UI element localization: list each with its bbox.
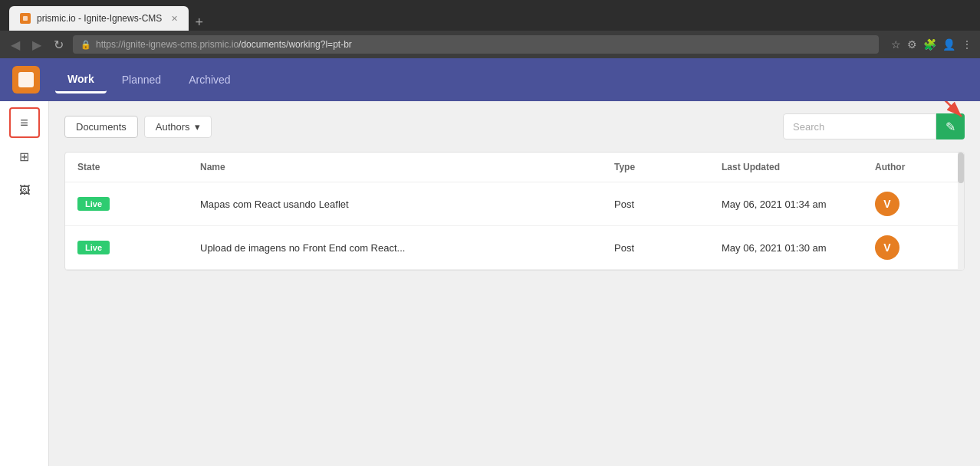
puzzle-icon[interactable]: 🧩 [923, 38, 936, 51]
table-header: State Name Type Last Updated Author [65, 153, 964, 182]
search-input[interactable] [783, 113, 936, 139]
new-tab-button[interactable]: + [195, 15, 203, 31]
nav-item-archived[interactable]: Archived [176, 67, 242, 92]
address-bar[interactable]: 🔒 https://ignite-ignews-cms.prismic.io /… [73, 35, 879, 54]
left-sidebar: ≡ ⊞ 🖼 [0, 101, 49, 466]
authors-label: Authors [156, 121, 190, 133]
row2-type: Post [614, 242, 722, 254]
svg-rect-1 [23, 16, 28, 21]
app-container: Work Planned Archived ≡ ⊞ 🖼 Documents Au… [0, 58, 980, 466]
status-badge: Live [77, 241, 110, 254]
address-url-path: /documents/working?l=pt-br [238, 39, 352, 50]
row2-name: Upload de imagens no Front End com React… [200, 242, 614, 254]
tab-title: prismic.io - Ignite-Ignews-CMS [37, 13, 162, 24]
header-author: Author [875, 162, 952, 172]
back-button[interactable]: ◀ [8, 36, 23, 54]
table-row[interactable]: Live Mapas com React usando Leaflet Post… [65, 182, 964, 226]
main-content: Documents Authors ▾ [49, 101, 980, 466]
scrollbar[interactable] [958, 153, 964, 270]
chevron-down-icon: ▾ [195, 121, 200, 133]
address-url-prefix: https://ignite-ignews-cms.prismic.io [96, 39, 238, 50]
active-tab[interactable]: prismic.io - Ignite-Ignews-CMS ✕ [9, 6, 189, 31]
row1-last-updated: May 06, 2021 01:34 am [722, 199, 875, 210]
browser-toolbar: ◀ ▶ ↻ 🔒 https://ignite-ignews-cms.prismi… [0, 31, 980, 58]
grid-icon: ⊞ [19, 149, 29, 164]
nav-item-planned[interactable]: Planned [110, 67, 173, 92]
row2-last-updated: May 06, 2021 01:30 am [722, 242, 875, 254]
profile-icon[interactable]: 👤 [942, 38, 955, 51]
toolbar-icons: ☆ ⚙ 🧩 👤 ⋮ [891, 38, 972, 51]
media-icon: 🖼 [19, 184, 30, 196]
reload-button[interactable]: ↻ [51, 36, 67, 54]
bookmark-icon[interactable]: ☆ [891, 38, 901, 51]
forward-button[interactable]: ▶ [29, 36, 44, 54]
scrollbar-thumb [958, 153, 964, 183]
nav-item-work[interactable]: Work [55, 67, 107, 94]
header-name: Name [200, 162, 614, 172]
sidebar-media-button[interactable]: 🖼 [9, 175, 40, 205]
row2-state: Live [77, 241, 200, 254]
create-document-button[interactable]: ✎ [936, 113, 965, 139]
authors-filter-button[interactable]: Authors ▾ [144, 116, 212, 138]
sidebar-grid-button[interactable]: ⊞ [9, 141, 40, 172]
table-row[interactable]: Live Upload de imagens no Front End com … [65, 226, 964, 270]
status-badge: Live [77, 197, 110, 211]
row2-author: V [875, 235, 952, 260]
sidebar-documents-button[interactable]: ≡ [9, 107, 40, 138]
pencil-icon: ✎ [945, 120, 955, 134]
brand-logo-inner [18, 72, 34, 87]
tab-favicon [20, 13, 31, 24]
top-nav: Work Planned Archived [0, 58, 980, 101]
row1-author: V [875, 192, 952, 216]
lock-icon: 🔒 [81, 40, 91, 50]
documents-icon: ≡ [20, 115, 28, 131]
filter-bar: Documents Authors ▾ [64, 113, 965, 139]
tab-close-button[interactable]: ✕ [171, 14, 178, 24]
header-last-updated: Last Updated [722, 162, 875, 172]
avatar: V [875, 192, 899, 216]
search-create-group: ✎ [783, 113, 965, 139]
extensions-icon[interactable]: ⚙ [907, 38, 917, 51]
menu-icon[interactable]: ⋮ [962, 38, 972, 51]
brand-logo [12, 66, 40, 94]
row1-name: Mapas com React usando Leaflet [200, 199, 614, 210]
header-type: Type [614, 162, 722, 172]
documents-table: State Name Type Last Updated Author Live… [64, 152, 965, 271]
main-area: ≡ ⊞ 🖼 Documents Authors ▾ [0, 101, 980, 466]
header-state: State [77, 162, 200, 172]
documents-filter-button[interactable]: Documents [64, 116, 138, 138]
row1-type: Post [614, 199, 722, 210]
browser-tabs: prismic.io - Ignite-Ignews-CMS ✕ + [9, 0, 203, 31]
avatar: V [875, 235, 899, 260]
row1-state: Live [77, 197, 200, 211]
browser-chrome: prismic.io - Ignite-Ignews-CMS ✕ + [0, 0, 980, 31]
